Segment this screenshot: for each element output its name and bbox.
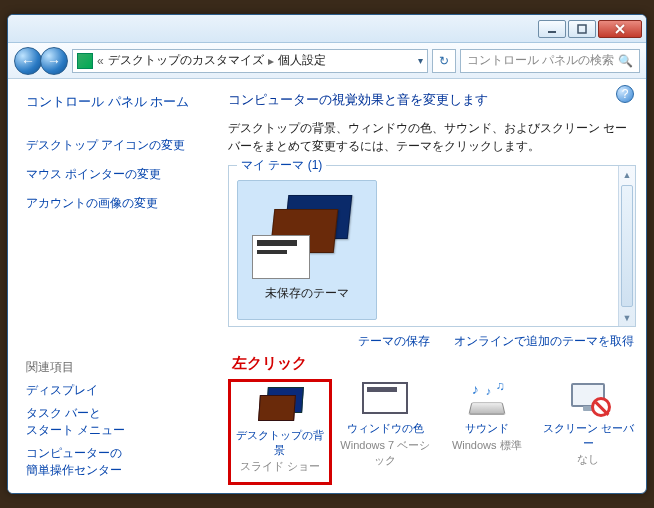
- desktop-background-link[interactable]: デスクトップの背景 スライド ショー: [228, 379, 332, 485]
- body: コントロール パネル ホーム デスクトップ アイコンの変更 マウス ポインターの…: [8, 79, 646, 493]
- refresh-button[interactable]: ↻: [432, 49, 456, 73]
- save-theme-link[interactable]: テーマの保存: [358, 333, 430, 350]
- svg-rect-1: [578, 25, 586, 33]
- desktop-background-label: デスクトップの背景: [233, 428, 327, 457]
- my-themes-group: マイ テーマ (1) 未保存のテーマ ▲ ▼: [228, 165, 636, 327]
- wallpaper-icon: [256, 386, 304, 424]
- desktop-background-sub: スライド ショー: [240, 459, 320, 474]
- scroll-thumb[interactable]: [621, 185, 633, 307]
- maximize-button[interactable]: [568, 20, 596, 38]
- forward-button[interactable]: →: [40, 47, 68, 75]
- screensaver-link[interactable]: スクリーン セーバー なし: [541, 379, 637, 485]
- address-bar[interactable]: « デスクトップのカスタマイズ ▸ 個人設定 ▾: [72, 49, 428, 73]
- screensaver-label: スクリーン セーバー: [541, 421, 637, 450]
- sound-label: サウンド: [465, 421, 509, 435]
- control-panel-home-link[interactable]: コントロール パネル ホーム: [26, 93, 206, 111]
- my-themes-legend: マイ テーマ (1): [237, 157, 326, 174]
- breadcrumb-parent[interactable]: デスクトップのカスタマイズ: [108, 52, 264, 69]
- window-color-label: ウィンドウの色: [347, 421, 424, 435]
- svg-rect-0: [548, 31, 556, 33]
- annotation-left-click: 左クリック: [232, 354, 636, 373]
- nav-toolbar: ← → « デスクトップのカスタマイズ ▸ 個人設定 ▾ ↻ コントロール パネ…: [8, 43, 646, 79]
- help-button[interactable]: ?: [616, 85, 634, 103]
- scroll-down-icon[interactable]: ▼: [619, 309, 635, 326]
- themes-scrollbar[interactable]: ▲ ▼: [618, 166, 635, 326]
- theme-item-label: 未保存のテーマ: [265, 285, 349, 302]
- help-icon: ?: [622, 87, 629, 101]
- refresh-icon: ↻: [439, 54, 449, 68]
- scroll-up-icon[interactable]: ▲: [619, 166, 635, 183]
- titlebar: [8, 15, 646, 43]
- bottom-settings-row: デスクトップの背景 スライド ショー ウィンドウの色 Windows 7 ベーシ…: [228, 379, 636, 485]
- search-box[interactable]: コントロール パネルの検索 🔍: [460, 49, 640, 73]
- related-link-ease-of-access[interactable]: コンピューターの 簡単操作センター: [26, 445, 206, 479]
- personalization-icon: [77, 53, 93, 69]
- close-button[interactable]: [598, 20, 642, 38]
- addr-dropdown-icon[interactable]: ▾: [418, 55, 423, 66]
- window-color-link[interactable]: ウィンドウの色 Windows 7 ベーシック: [338, 379, 434, 485]
- sound-icon: ♪♪♫: [463, 379, 511, 417]
- search-icon: 🔍: [618, 54, 633, 68]
- page-description: デスクトップの背景、ウィンドウの色、サウンド、およびスクリーン セーバーをまとめ…: [228, 119, 636, 155]
- related-header: 関連項目: [26, 359, 206, 376]
- theme-item-unsaved[interactable]: 未保存のテーマ: [237, 180, 377, 320]
- sidebar-link-desktop-icons[interactable]: デスクトップ アイコンの変更: [26, 137, 206, 154]
- sidebar-related: 関連項目 ディスプレイ タスク バーと スタート メニュー コンピューターの 簡…: [26, 353, 206, 485]
- back-button[interactable]: ←: [14, 47, 42, 75]
- chevron-right-icon: ▸: [268, 54, 274, 68]
- theme-links-row: テーマの保存 オンラインで追加のテーマを取得: [228, 333, 636, 350]
- page-heading: コンピューターの視覚効果と音を変更します: [228, 91, 636, 109]
- screensaver-sub: なし: [577, 452, 599, 467]
- sidebar: コントロール パネル ホーム デスクトップ アイコンの変更 マウス ポインターの…: [8, 79, 218, 493]
- breadcrumb-prefix: «: [97, 54, 104, 68]
- search-placeholder: コントロール パネルの検索: [467, 52, 614, 69]
- related-link-taskbar[interactable]: タスク バーと スタート メニュー: [26, 405, 206, 439]
- sound-sub: Windows 標準: [452, 438, 522, 453]
- theme-thumbnail-icon: [252, 189, 362, 279]
- related-link-display[interactable]: ディスプレイ: [26, 382, 206, 399]
- sidebar-link-account-picture[interactable]: アカウントの画像の変更: [26, 195, 206, 212]
- arrow-left-icon: ←: [21, 53, 35, 69]
- screensaver-icon: [564, 379, 612, 417]
- content-pane: ? コンピューターの視覚効果と音を変更します デスクトップの背景、ウィンドウの色…: [218, 79, 646, 493]
- minimize-button[interactable]: [538, 20, 566, 38]
- themes-area: 未保存のテーマ: [229, 166, 618, 326]
- breadcrumb-current[interactable]: 個人設定: [278, 52, 326, 69]
- control-panel-window: ← → « デスクトップのカスタマイズ ▸ 個人設定 ▾ ↻ コントロール パネ…: [7, 14, 647, 494]
- online-themes-link[interactable]: オンラインで追加のテーマを取得: [454, 333, 634, 350]
- window-color-icon: [361, 379, 409, 417]
- arrow-right-icon: →: [47, 53, 61, 69]
- nav-buttons: ← →: [14, 47, 68, 75]
- sidebar-link-mouse-pointer[interactable]: マウス ポインターの変更: [26, 166, 206, 183]
- window-color-sub: Windows 7 ベーシック: [338, 438, 434, 468]
- sound-link[interactable]: ♪♪♫ サウンド Windows 標準: [439, 379, 535, 485]
